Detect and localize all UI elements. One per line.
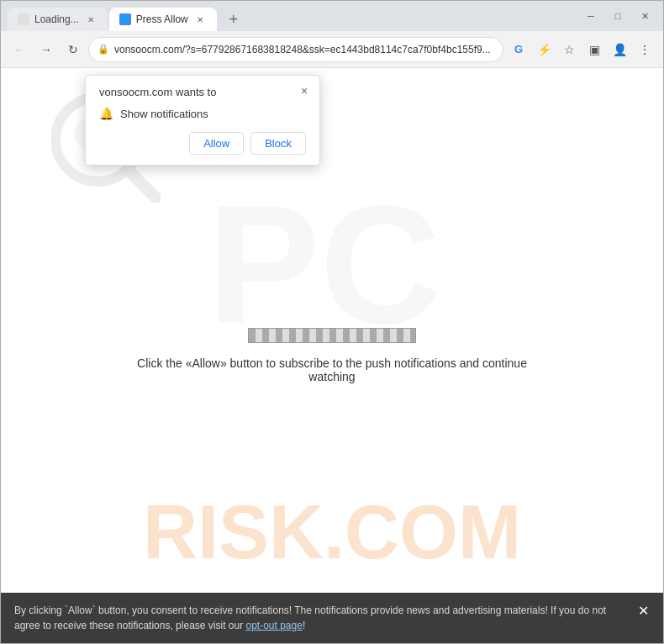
bell-icon: 🔔 xyxy=(99,107,113,120)
bookmark-button[interactable]: ☆ xyxy=(557,38,581,61)
browser-window: Loading... ✕ 🌐 Press Allow ✕ + ─ □ ✕ ← →… xyxy=(0,0,664,644)
banner-text: By clicking `Allow` button, you consent … xyxy=(14,603,630,633)
lock-icon: 🔒 xyxy=(97,44,109,55)
forward-button[interactable]: → xyxy=(34,38,58,61)
menu-button[interactable]: ⋮ xyxy=(633,38,656,61)
back-button[interactable]: ← xyxy=(8,38,31,61)
title-bar: Loading... ✕ 🌐 Press Allow ✕ + ─ □ ✕ xyxy=(1,1,663,31)
banner-text-after-link: ! xyxy=(303,620,305,631)
tab-close-press-allow[interactable]: ✕ xyxy=(193,13,207,26)
banner-text-before-link: By clicking `Allow` button, you consent … xyxy=(14,604,606,631)
tab-favicon-loading xyxy=(18,13,29,25)
bottom-banner: By clicking `Allow` button, you consent … xyxy=(1,593,663,643)
tab-label-loading: Loading... xyxy=(34,13,79,25)
opt-out-link[interactable]: opt-out page xyxy=(245,620,302,631)
account-button[interactable]: 👤 xyxy=(608,38,631,61)
popup-permission-text: Show notifications xyxy=(120,108,208,120)
allow-button[interactable]: Allow xyxy=(189,132,244,155)
sidebar-button[interactable]: ▣ xyxy=(582,38,606,61)
toolbar: ← → ↻ 🔒 vonsoocm.com/?s=6779286716838182… xyxy=(1,31,663,68)
popup-close-button[interactable]: × xyxy=(296,82,313,99)
banner-close-button[interactable]: ✕ xyxy=(633,601,653,621)
tabs-area: Loading... ✕ 🌐 Press Allow ✕ + xyxy=(8,1,579,31)
popup-permission-row: 🔔 Show notifications xyxy=(99,107,306,120)
close-window-button[interactable]: ✕ xyxy=(633,4,656,28)
url-text: vonsoocm.com/?s=677928671683818248&ssk=e… xyxy=(114,44,494,55)
toolbar-icons: G ⚡ ☆ ▣ 👤 ⋮ xyxy=(507,38,656,61)
minimize-button[interactable]: ─ xyxy=(579,4,603,28)
progress-bar-container xyxy=(248,328,416,343)
tab-loading[interactable]: Loading... ✕ xyxy=(8,8,108,31)
popup-title: vonsoocm.com wants to xyxy=(99,86,306,98)
tab-press-allow[interactable]: 🌐 Press Allow ✕ xyxy=(109,8,217,31)
address-bar[interactable]: 🔒 vonsoocm.com/?s=677928671683818248&ssk… xyxy=(88,37,503,62)
tab-close-loading[interactable]: ✕ xyxy=(84,13,97,26)
block-button[interactable]: Block xyxy=(250,132,306,155)
popup-buttons: Allow Block xyxy=(99,132,306,155)
notification-popup: × vonsoocm.com wants to 🔔 Show notificat… xyxy=(85,75,320,166)
progress-bar xyxy=(249,329,415,342)
tab-label-press-allow: Press Allow xyxy=(136,13,188,25)
google-icon-button[interactable]: G xyxy=(507,38,530,61)
tab-favicon-press-allow: 🌐 xyxy=(119,13,131,25)
refresh-button[interactable]: ↻ xyxy=(61,38,85,61)
window-controls: ─ □ ✕ xyxy=(579,4,656,28)
page-content: PC RISK.COM Click the «Allow» button to … xyxy=(1,68,663,643)
page-instruction: Click the «Allow» button to subscribe to… xyxy=(122,356,542,383)
extensions-button[interactable]: ⚡ xyxy=(532,38,556,61)
new-tab-button[interactable]: + xyxy=(222,8,245,31)
maximize-button[interactable]: □ xyxy=(606,4,630,28)
